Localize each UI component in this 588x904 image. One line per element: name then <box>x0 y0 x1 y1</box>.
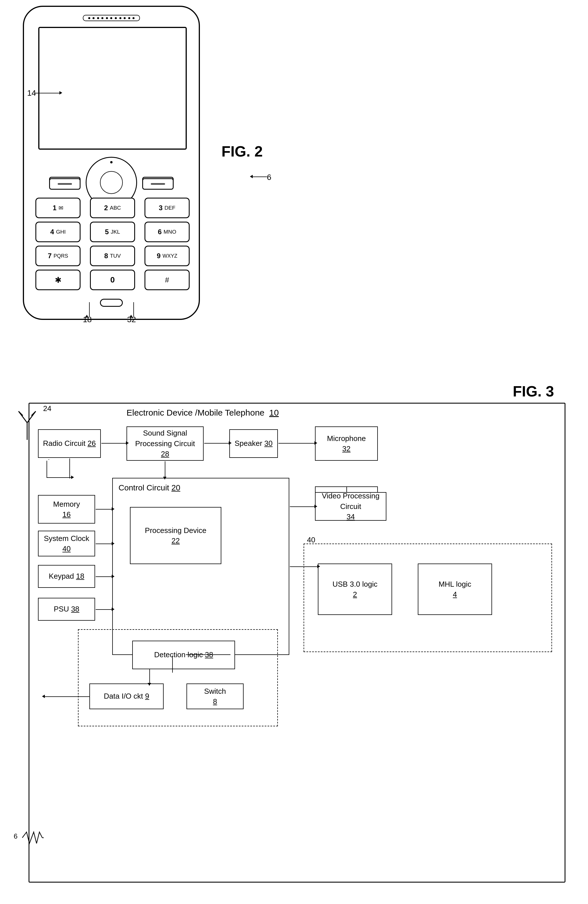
key-7[interactable]: 7 PQRS <box>35 246 81 266</box>
mhl-logic-box: MHL logic 4 <box>418 564 492 615</box>
nav-spacer <box>86 178 137 190</box>
grill-dot <box>110 17 112 19</box>
fig2-area: FIG. 2 30 10 <box>23 6 280 363</box>
fig2-label: FIG. 2 <box>221 143 263 160</box>
video-circuit-box: Video Processing Circuit 34 <box>315 492 386 521</box>
processing-device-box: Processing Device 22 <box>130 507 221 564</box>
line-sound-speaker <box>204 443 230 444</box>
nav-left-button-2[interactable] <box>49 178 81 190</box>
grill-dot <box>128 17 130 19</box>
arr-speaker-mic <box>315 441 317 445</box>
nav-dot-top <box>110 161 112 163</box>
usb-logic-box: USB 3.0 logic 2 <box>318 564 392 615</box>
arrow-6-line <box>251 177 267 177</box>
radio-circuit-box: Radio Circuit 26 <box>38 429 101 458</box>
line-psu-control <box>96 609 113 610</box>
arr-control-video <box>315 505 317 508</box>
arr-dataio-connector <box>42 695 45 698</box>
key-0[interactable]: 0 <box>90 270 135 290</box>
grill-dot <box>101 17 103 19</box>
svg-line-3 <box>19 411 23 416</box>
control-circuit-box: Control Circuit 20 Processing Device 22 <box>112 478 289 655</box>
grill-dot <box>93 17 95 19</box>
arrow-14-line <box>35 93 60 93</box>
grill-dot <box>119 17 122 19</box>
key-star[interactable]: ✱ <box>35 270 81 290</box>
diagram-outer: Electronic Device /Mobile Telephone 10 R… <box>28 403 566 883</box>
arrow-14-head <box>59 91 62 95</box>
line-control-video <box>290 506 316 507</box>
fig3-area: FIG. 3 24 Electronic Device /Mobile Tele… <box>6 380 583 894</box>
key-row-1: 1 ✉ 2 ABC 3 DEF <box>35 198 190 218</box>
phone-screen <box>38 27 187 150</box>
speaker-box: Speaker 30 <box>229 429 278 458</box>
arr-sound-speaker <box>229 441 232 445</box>
line-video-display <box>346 487 347 493</box>
antenna-radio-v <box>49 459 49 460</box>
arrow-18-v <box>89 302 90 316</box>
line-keypad-control <box>96 576 113 577</box>
arr-psu-control <box>112 607 114 611</box>
key-3[interactable]: 3 DEF <box>144 198 190 218</box>
key-9[interactable]: 9 WXYZ <box>144 246 190 266</box>
line-dataio-connector <box>44 696 90 697</box>
arr-clock-control <box>112 542 114 545</box>
arrow-32-head <box>130 315 133 318</box>
fig3-label: FIG. 3 <box>513 383 554 400</box>
arrow-18-head <box>85 315 89 318</box>
key-1[interactable]: 1 ✉ <box>35 198 81 218</box>
key-2[interactable]: 2 ABC <box>90 198 135 218</box>
label-40: 40 <box>307 536 315 544</box>
key-hash[interactable]: # <box>144 270 190 290</box>
line-radio-sound <box>101 443 127 444</box>
phone-bottom-mic <box>100 299 123 307</box>
arr-sound-control <box>163 477 166 480</box>
grill-dot <box>97 17 99 19</box>
line-speaker-mic <box>278 443 316 444</box>
key-5[interactable]: 5 JKL <box>90 222 135 242</box>
key-row-3: 7 PQRS 8 TUV 9 WXYZ <box>35 246 190 266</box>
arrow-32-v <box>133 302 134 316</box>
line-radio-v <box>70 458 70 479</box>
line-sound-control <box>165 461 165 478</box>
key-row-4: ✱ 0 # <box>35 270 190 290</box>
line-memory-control <box>96 509 113 510</box>
nav-right-button-2[interactable] <box>142 178 174 190</box>
label-6-fig2: 6 <box>267 173 271 182</box>
antenna-radio-h <box>47 477 72 478</box>
grill-dot <box>115 17 117 19</box>
sound-circuit-box: Sound Signal Processing Circuit 28 <box>126 427 204 461</box>
line-detect-switch <box>186 654 231 655</box>
line-control-detect <box>172 656 173 673</box>
line-detect-dataio <box>149 669 150 684</box>
line-control-usb <box>290 566 318 567</box>
arr-control-usb <box>317 565 320 568</box>
psu-box: PSU 38 <box>38 598 95 621</box>
arr-keypad-control <box>112 575 114 578</box>
system-clock-box: System Clock 40 <box>38 531 95 556</box>
phone-body: 1 ✉ 2 ABC 3 DEF 4 GHI 5 JKL 6 MNO 7 PQRS… <box>23 6 200 320</box>
key-row-2: 4 GHI 5 JKL 6 MNO <box>35 222 190 242</box>
key-6[interactable]: 6 MNO <box>144 222 190 242</box>
key-4[interactable]: 4 GHI <box>35 222 81 242</box>
antenna-radio-v2 <box>47 461 47 478</box>
keypad-box: Keypad 18 <box>38 565 95 588</box>
memory-box: Memory 16 <box>38 495 95 523</box>
nav-row2 <box>34 178 188 190</box>
microphone-box: Microphone 32 <box>315 427 378 461</box>
connector-symbol <box>21 829 44 847</box>
grill-dot <box>124 17 126 19</box>
keypad: 1 ✉ 2 ABC 3 DEF 4 GHI 5 JKL 6 MNO 7 PQRS… <box>35 198 190 294</box>
label-6-fig3: 6 <box>14 832 17 840</box>
arrow-6-head <box>250 175 253 178</box>
grill-dot <box>88 17 90 19</box>
grill-dot <box>133 17 134 19</box>
arr-antenna-radio <box>71 476 74 479</box>
arr-detect-dataio <box>148 683 151 686</box>
key-8[interactable]: 8 TUV <box>90 246 135 266</box>
arr-radio-sound <box>126 441 129 445</box>
phone-speaker-grill <box>83 15 140 21</box>
diagram-title: Electronic Device /Mobile Telephone 10 <box>126 408 279 417</box>
arr-memory-control <box>112 507 114 511</box>
grill-dot <box>106 17 108 19</box>
